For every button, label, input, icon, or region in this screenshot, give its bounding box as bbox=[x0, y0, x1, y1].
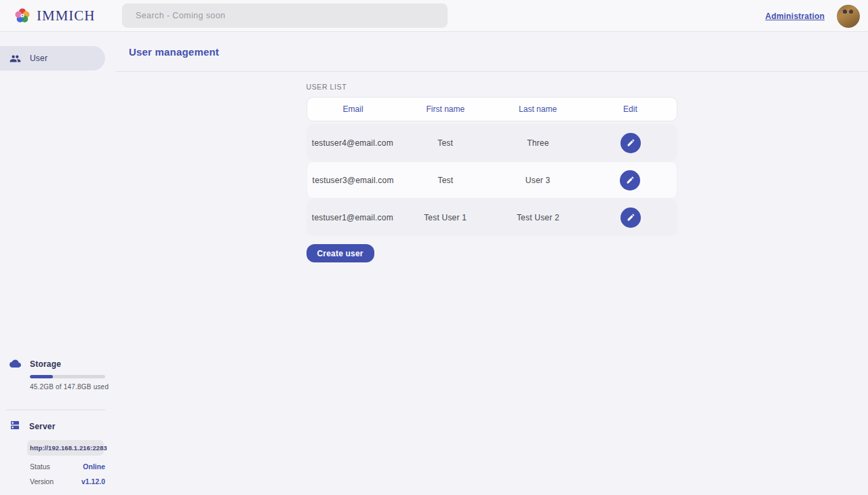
immich-logo-icon bbox=[14, 7, 31, 24]
cell-last-name: Test User 2 bbox=[492, 213, 585, 222]
section-label: USER LIST bbox=[307, 83, 677, 91]
table-row: testuser1@email.com Test User 1 Test Use… bbox=[307, 199, 677, 236]
cell-first-name: Test bbox=[399, 176, 492, 185]
server-status-row: Status Online bbox=[30, 462, 105, 471]
app-name: IMMICH bbox=[37, 7, 96, 24]
edit-user-button[interactable] bbox=[620, 170, 640, 191]
edit-user-button[interactable] bbox=[620, 207, 641, 228]
server-url: http://192.168.1.216:2283 bbox=[27, 440, 104, 456]
cell-email: testuser3@email.com bbox=[307, 176, 399, 185]
storage-progress-fill bbox=[30, 375, 53, 378]
sidebar: User Storage 45.2GB of 147.8GB used bbox=[0, 32, 115, 495]
column-header-first-name: First name bbox=[399, 104, 492, 114]
version-value: v1.12.0 bbox=[81, 477, 105, 486]
top-bar: IMMICH Administration bbox=[0, 0, 868, 32]
app-brand[interactable]: IMMICH bbox=[0, 7, 122, 24]
sidebar-divider bbox=[7, 410, 105, 410]
server-title: Server bbox=[29, 422, 56, 431]
create-user-button[interactable]: Create user bbox=[307, 244, 374, 262]
cell-last-name: User 3 bbox=[492, 176, 584, 185]
storage-usage-text: 45.2GB of 147.8GB used bbox=[30, 383, 115, 391]
user-table: testuser4@email.com Test Three testuser3… bbox=[307, 124, 677, 236]
cloud-icon bbox=[9, 358, 21, 370]
table-row: testuser4@email.com Test Three bbox=[307, 124, 677, 161]
version-label: Version bbox=[30, 477, 54, 486]
cell-first-name: Test User 1 bbox=[399, 213, 492, 222]
administration-link[interactable]: Administration bbox=[766, 12, 825, 21]
topbar-actions: Administration bbox=[766, 0, 860, 32]
server-panel: Server http://192.168.1.216:2283 Status … bbox=[0, 420, 115, 495]
column-header-email: Email bbox=[307, 104, 399, 114]
main-header: User management bbox=[115, 32, 868, 72]
server-version-row: Version v1.12.0 bbox=[30, 477, 105, 486]
server-icon bbox=[9, 420, 20, 433]
search-input[interactable] bbox=[122, 3, 448, 28]
sidebar-item-user[interactable]: User bbox=[0, 46, 105, 71]
status-label: Status bbox=[30, 462, 50, 471]
user-avatar[interactable] bbox=[837, 5, 860, 28]
cell-first-name: Test bbox=[399, 138, 492, 148]
pencil-icon bbox=[626, 176, 635, 184]
cell-email: testuser1@email.com bbox=[307, 213, 399, 222]
pencil-icon bbox=[627, 213, 635, 222]
storage-panel: Storage 45.2GB of 147.8GB used bbox=[0, 358, 115, 400]
page-title: User management bbox=[129, 46, 219, 58]
storage-progress-bar bbox=[30, 375, 105, 378]
edit-user-button[interactable] bbox=[620, 133, 641, 153]
pencil-icon bbox=[627, 138, 635, 147]
cell-last-name: Three bbox=[492, 138, 585, 148]
main-content: User management USER LIST Email First na… bbox=[115, 32, 868, 495]
storage-title: Storage bbox=[30, 359, 61, 369]
sidebar-item-label: User bbox=[30, 54, 47, 63]
table-header: Email First name Last name Edit bbox=[307, 97, 677, 121]
column-header-edit: Edit bbox=[584, 104, 676, 114]
status-value: Online bbox=[83, 462, 105, 471]
cell-email: testuser4@email.com bbox=[307, 138, 399, 148]
users-icon bbox=[9, 53, 21, 64]
table-row: testuser3@email.com Test User 3 bbox=[307, 161, 677, 199]
column-header-last-name: Last name bbox=[492, 104, 584, 114]
user-list-section: USER LIST Email First name Last name Edi… bbox=[307, 83, 677, 262]
